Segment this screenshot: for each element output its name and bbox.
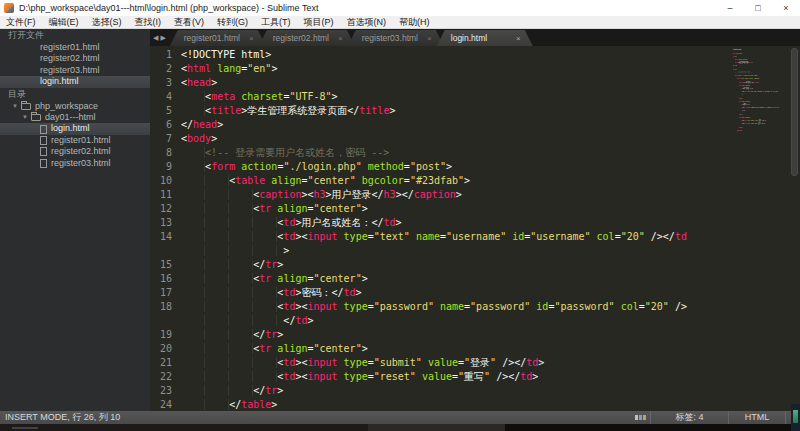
code-line[interactable]: 7<body> — [150, 132, 687, 146]
tree-item-day01---html[interactable]: ▼day01---html — [0, 112, 150, 123]
line-number[interactable]: 14 — [150, 230, 172, 244]
tree-item-login.html[interactable]: login.html — [0, 123, 150, 134]
minimize-button[interactable]: – — [716, 0, 744, 16]
tab-label: register03.html — [348, 33, 427, 43]
code-line[interactable]: 17 <td>密码：</td> — [150, 286, 687, 300]
chevron-down-icon[interactable]: ▼ — [12, 101, 18, 112]
line-number[interactable]: 4 — [150, 90, 172, 104]
line-number[interactable]: 17 — [150, 286, 172, 300]
line-number[interactable]: 21 — [150, 356, 172, 370]
code-line[interactable]: </table> — [733, 129, 779, 132]
menu-item[interactable]: 转到(G) — [217, 16, 248, 29]
code-line[interactable]: 16 <tr align="center"> — [150, 272, 687, 286]
line-number[interactable]: 22 — [150, 370, 172, 384]
tabs: register01.html×register02.html×register… — [170, 30, 526, 46]
line-number[interactable]: 11 — [150, 188, 172, 202]
tab-scroll-right-icon[interactable]: ▶ — [160, 34, 165, 42]
line-number[interactable]: 13 — [150, 216, 172, 230]
code-line[interactable]: 20 <tr align="center"> — [150, 342, 687, 356]
tree-item-register03.html[interactable]: register03.html — [0, 158, 150, 169]
code-line[interactable]: 11 <caption><h3>用户登录</h3></caption> — [150, 188, 687, 202]
code-line[interactable]: 6</head> — [150, 118, 687, 132]
open-file-label: register02.html — [40, 53, 100, 64]
status-tab-size[interactable]: 标签: 4 — [650, 411, 728, 424]
line-number[interactable]: 18 — [150, 300, 172, 314]
open-file-register03.html[interactable]: register03.html — [0, 65, 150, 76]
code-line[interactable]: 2<html lang="en"> — [150, 62, 687, 76]
menu-item[interactable]: 选择(S) — [92, 16, 122, 29]
line-number[interactable]: 8 — [150, 146, 172, 160]
tree-item-register02.html[interactable]: register02.html — [0, 146, 150, 157]
code-line[interactable]: 19 </tr> — [150, 328, 687, 342]
code-line[interactable]: 12 <tr align="center"> — [150, 202, 687, 216]
line-number[interactable]: 16 — [150, 272, 172, 286]
line-number[interactable]: 5 — [150, 104, 172, 118]
code-text: <tr align="center"> — [181, 203, 368, 214]
tree-item-label: register02.html — [51, 146, 111, 157]
maximize-button[interactable]: □ — [744, 0, 772, 16]
status-syntax[interactable]: HTML — [728, 411, 786, 424]
menu-item[interactable]: 编辑(E) — [49, 16, 79, 29]
code-line[interactable]: 3<head> — [150, 76, 687, 90]
code-line[interactable]: 24 </table> — [150, 398, 687, 411]
code-text: <form action="./login.php" method="post"… — [181, 161, 452, 172]
code-line[interactable]: 23 </tr> — [150, 384, 687, 398]
code-text: <!-- 登录需要用户名或姓名，密码 --> — [181, 147, 389, 158]
code-line[interactable]: 1<!DOCTYPE html> — [150, 48, 687, 62]
code-line[interactable]: 18 <td><input type="password" name="pass… — [150, 300, 687, 314]
code-line[interactable]: 21 <td><input type="submit" value="登录" /… — [150, 356, 687, 370]
line-number[interactable]: 12 — [150, 202, 172, 216]
tab-register01.html[interactable]: register01.html× — [170, 30, 266, 46]
menu-item[interactable]: 文件(F) — [6, 16, 36, 29]
code-line[interactable]: > — [150, 244, 687, 258]
minimap[interactable]: <!DOCTYPE html><html lang="en"><head> <m… — [733, 48, 779, 144]
line-number[interactable]: 1 — [150, 48, 172, 62]
open-file-login.html[interactable]: login.html — [0, 76, 150, 87]
open-file-register02.html[interactable]: register02.html — [0, 53, 150, 64]
code-line[interactable]: 5 <title>学生管理系统登录页面</title> — [150, 104, 687, 118]
tab-close-icon[interactable]: × — [516, 34, 533, 43]
code-line[interactable]: </td> — [150, 314, 687, 328]
menu-item[interactable]: 工具(T) — [261, 16, 291, 29]
menu-item[interactable]: 查找(I) — [135, 16, 162, 29]
menu-item[interactable]: 帮助(H) — [399, 16, 430, 29]
editor[interactable]: 1<!DOCTYPE html>2<html lang="en">3<head>… — [150, 46, 800, 411]
code-text: <table align="center" bgcolor="#23dfab"> — [181, 175, 470, 186]
tree-item-register01.html[interactable]: register01.html — [0, 135, 150, 146]
tree-item-php_workspace[interactable]: ▼php_workspace — [0, 101, 150, 112]
chevron-down-icon[interactable]: ▼ — [22, 112, 28, 123]
menu-item[interactable]: 首选项(N) — [347, 16, 387, 29]
open-file-register01.html[interactable]: register01.html — [0, 42, 150, 53]
line-number[interactable]: 6 — [150, 118, 172, 132]
code-area[interactable]: 1<!DOCTYPE html>2<html lang="en">3<head>… — [150, 48, 687, 411]
menu-item[interactable]: 项目(P) — [304, 16, 334, 29]
line-number[interactable]: 15 — [150, 258, 172, 272]
close-button[interactable]: × — [772, 0, 800, 16]
vertical-scrollbar-thumb[interactable] — [791, 48, 798, 176]
line-number[interactable]: 7 — [150, 132, 172, 146]
line-number[interactable]: 9 — [150, 160, 172, 174]
code-text: <td>用户名或姓名：</td> — [181, 217, 402, 228]
tab-register03.html[interactable]: register03.html× — [348, 30, 444, 46]
line-number[interactable]: 19 — [150, 328, 172, 342]
file-icon — [40, 136, 47, 145]
line-number[interactable]: 23 — [150, 384, 172, 398]
line-number[interactable]: 2 — [150, 62, 172, 76]
code-line[interactable]: 10 <table align="center" bgcolor="#23dfa… — [150, 174, 687, 188]
code-line[interactable]: 15 </tr> — [150, 258, 687, 272]
tab-register02.html[interactable]: register02.html× — [259, 30, 355, 46]
line-number[interactable]: 20 — [150, 342, 172, 356]
code-line[interactable]: 13 <td>用户名或姓名：</td> — [150, 216, 687, 230]
code-line[interactable]: 4 <meta charset="UTF-8"> — [150, 90, 687, 104]
code-line[interactable]: 9 <form action="./login.php" method="pos… — [150, 160, 687, 174]
line-number[interactable]: 10 — [150, 174, 172, 188]
code-line[interactable]: 8 <!-- 登录需要用户名或姓名，密码 --> — [150, 146, 687, 160]
code-line[interactable]: 22 <td><input type="reset" value="重写" />… — [150, 370, 687, 384]
line-number[interactable]: 24 — [150, 398, 172, 411]
menu-item[interactable]: 查看(V) — [174, 16, 204, 29]
tab-login.html[interactable]: login.html× — [437, 30, 533, 46]
tab-scroll-left-icon[interactable]: ◀ — [153, 34, 158, 42]
folder-icon — [21, 103, 31, 110]
code-line[interactable]: 14 <td><input type="text" name="username… — [150, 230, 687, 244]
line-number[interactable]: 3 — [150, 76, 172, 90]
